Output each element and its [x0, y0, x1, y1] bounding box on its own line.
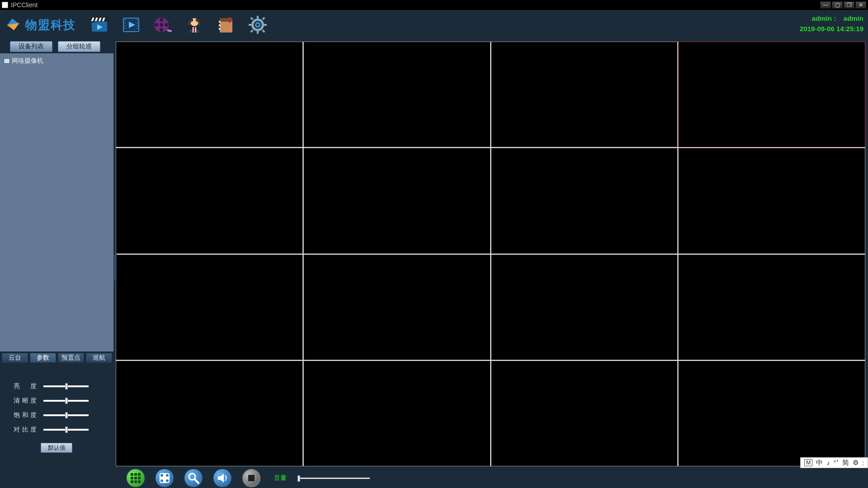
svg-rect-31	[219, 21, 221, 23]
gear-eye-icon[interactable]	[248, 15, 268, 35]
svg-rect-11	[124, 19, 126, 21]
svg-rect-32	[219, 24, 221, 26]
sidebar-bottom-tabs: 云台 参数 预置点 巡航	[0, 352, 114, 364]
tab-device-list[interactable]: 设备列表	[10, 41, 52, 52]
svg-point-60	[166, 479, 169, 482]
svg-rect-28	[193, 27, 195, 33]
close-button[interactable]: ✕	[855, 1, 866, 9]
video-cell[interactable]	[678, 42, 865, 147]
tab-group-tour[interactable]: 分组轮巡	[58, 41, 100, 52]
probe-button[interactable]	[184, 469, 203, 487]
ime-punct[interactable]: °ʼ	[834, 459, 839, 467]
sidebar-splitter[interactable]	[114, 254, 117, 281]
svg-rect-51	[134, 477, 137, 479]
tree-root-item[interactable]: 网络摄像机	[2, 56, 112, 66]
user-label: admin :	[812, 14, 836, 22]
video-cell[interactable]	[491, 361, 678, 466]
svg-rect-54	[134, 480, 137, 483]
param-panel: 亮 度 清晰度 饱和度 对比度 默认值	[0, 364, 114, 468]
video-cell[interactable]	[303, 254, 491, 360]
ime-sound-icon[interactable]: ♪	[826, 459, 830, 467]
sidebar-top-tabs: 设备列表 分组轮巡	[0, 40, 114, 53]
defaults-button[interactable]: 默认值	[41, 443, 72, 453]
video-grid	[116, 42, 865, 466]
volume-label: 音量	[274, 474, 287, 482]
svg-rect-12	[124, 22, 126, 23]
contrast-slider[interactable]	[43, 429, 89, 431]
clapper-icon[interactable]	[90, 15, 109, 35]
sharpness-slider[interactable]	[43, 400, 89, 402]
video-cell[interactable]	[303, 361, 491, 466]
param-label: 对比度	[14, 426, 37, 434]
audio-talk-button[interactable]	[213, 469, 231, 487]
tree-root-label: 网络摄像机	[12, 57, 43, 65]
film-reel-icon[interactable]	[153, 15, 173, 35]
saturation-slider[interactable]	[43, 414, 89, 416]
param-label: 饱和度	[14, 411, 37, 419]
param-sharpness: 清晰度	[14, 397, 107, 405]
minimize-button[interactable]: —	[820, 1, 831, 9]
tab-cruise[interactable]: 巡航	[86, 353, 112, 363]
svg-rect-14	[124, 28, 126, 29]
svg-rect-48	[134, 473, 137, 476]
video-cell[interactable]	[116, 42, 303, 147]
brand: 物盟科技	[4, 16, 76, 34]
svg-rect-38	[249, 24, 252, 26]
tab-params[interactable]: 参数	[30, 353, 56, 363]
layout-switch-button[interactable]	[156, 469, 174, 487]
brightness-slider[interactable]	[43, 385, 89, 387]
ime-bar[interactable]: M 中 ♪ °ʼ 简 ⚙ :	[800, 457, 868, 468]
video-cell[interactable]	[678, 148, 865, 253]
svg-point-57	[160, 474, 163, 477]
stop-all-button[interactable]	[242, 469, 260, 487]
video-cell[interactable]	[116, 254, 303, 360]
param-label: 亮 度	[14, 382, 37, 390]
video-cell[interactable]	[678, 361, 865, 466]
svg-rect-36	[257, 16, 259, 19]
brand-logo-icon	[4, 16, 22, 34]
svg-rect-16	[137, 22, 138, 23]
video-cell[interactable]	[303, 42, 491, 147]
ime-simp[interactable]: 简	[842, 459, 849, 467]
svg-rect-55	[138, 480, 141, 483]
video-cell[interactable]	[303, 148, 491, 253]
video-cell[interactable]	[678, 254, 865, 360]
svg-rect-53	[131, 480, 133, 483]
svg-marker-63	[218, 474, 224, 483]
svg-rect-47	[131, 473, 133, 476]
app-icon	[2, 2, 8, 8]
svg-rect-50	[131, 477, 133, 479]
device-tree[interactable]: 网络摄像机	[0, 53, 114, 352]
status-block: admin : admin 2019-09-06 14:25:19	[800, 14, 863, 34]
video-cell[interactable]	[491, 148, 678, 253]
svg-rect-40	[250, 17, 253, 20]
ime-mode-icon[interactable]: M	[804, 459, 812, 466]
volume-slider[interactable]	[297, 478, 370, 479]
svg-point-21	[160, 23, 163, 27]
svg-rect-39	[263, 24, 267, 26]
restore-button[interactable]: ❐	[844, 1, 854, 9]
tab-presets[interactable]: 预置点	[58, 353, 84, 363]
svg-rect-13	[124, 25, 126, 26]
video-grid-container	[114, 40, 868, 468]
maximize-button[interactable]: ▢	[832, 1, 843, 9]
ime-lang[interactable]: 中	[816, 459, 823, 467]
svg-rect-18	[137, 28, 138, 29]
video-cell[interactable]	[116, 361, 303, 466]
ime-extra[interactable]: :	[862, 459, 864, 467]
svg-rect-34	[229, 17, 231, 23]
tab-ptz[interactable]: 云台	[2, 353, 28, 363]
svg-point-24	[155, 23, 158, 27]
video-cell[interactable]	[116, 148, 303, 253]
svg-rect-37	[257, 30, 259, 34]
video-cell[interactable]	[491, 42, 678, 147]
layout-grid-button[interactable]	[127, 469, 145, 487]
notebook-icon[interactable]	[216, 15, 236, 35]
ime-settings-icon[interactable]: ⚙	[853, 459, 859, 467]
user-icon[interactable]	[184, 15, 204, 35]
svg-rect-49	[138, 473, 141, 476]
svg-rect-52	[138, 477, 141, 479]
play-file-icon[interactable]	[121, 15, 141, 35]
svg-point-59	[160, 479, 163, 482]
video-cell[interactable]	[491, 254, 678, 360]
